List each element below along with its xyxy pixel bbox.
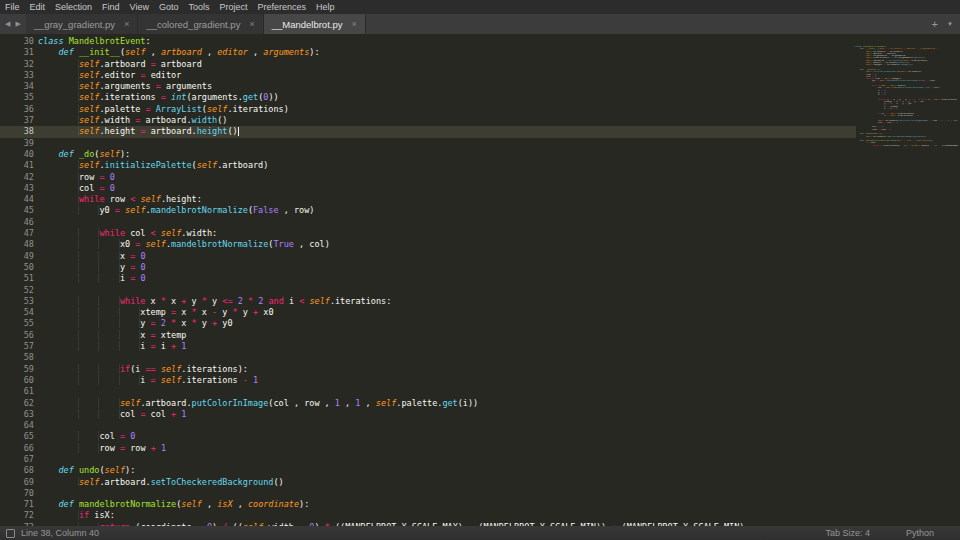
code-line-33[interactable]: 33 self.editor = editor	[0, 70, 856, 81]
line-number[interactable]: 64	[0, 420, 34, 431]
line-number[interactable]: 72	[0, 510, 34, 521]
line-number[interactable]: 66	[0, 443, 34, 454]
line-number[interactable]: 42	[0, 172, 34, 183]
line-number[interactable]: 57	[0, 341, 34, 352]
menu-edit[interactable]: Edit	[25, 0, 51, 14]
line-number[interactable]: 51	[0, 273, 34, 284]
line-number[interactable]: 67	[0, 454, 34, 465]
code-line-51[interactable]: 51 i = 0	[0, 273, 856, 284]
code-line-42[interactable]: 42 row = 0	[0, 172, 856, 183]
line-number[interactable]: 32	[0, 59, 34, 70]
code-line-41[interactable]: 41 self.initializePalette(self.artboard)	[0, 160, 856, 171]
line-number[interactable]: 49	[0, 251, 34, 262]
menu-file[interactable]: File	[0, 0, 25, 14]
line-number[interactable]: 46	[0, 217, 34, 228]
code-line-54[interactable]: 54 xtemp = x * x - y * y + x0	[0, 307, 856, 318]
line-number[interactable]: 48	[0, 239, 34, 250]
code-line-32[interactable]: 32 self.artboard = artboard	[0, 59, 856, 70]
code-line-38[interactable]: 38 self.height = artboard.height()	[0, 126, 856, 137]
line-number[interactable]: 41	[0, 160, 34, 171]
line-number[interactable]: 30	[0, 36, 34, 47]
code-line-39[interactable]: 39	[0, 138, 856, 149]
tab-__Mandelbrot.py[interactable]: __Mandelbrot.py×	[264, 14, 366, 34]
line-number[interactable]: 68	[0, 465, 34, 476]
line-number[interactable]: 63	[0, 409, 34, 420]
line-number[interactable]: 56	[0, 330, 34, 341]
tab-nav-forward-icon[interactable]: ▶	[14, 20, 21, 28]
code-line-49[interactable]: 49 x = 0	[0, 251, 856, 262]
code-line-34[interactable]: 34 self.arguments = arguments	[0, 81, 856, 92]
code-line-37[interactable]: 37 self.width = artboard.width()	[0, 115, 856, 126]
code-line-50[interactable]: 50 y = 0	[0, 262, 856, 273]
code-line-43[interactable]: 43 col = 0	[0, 183, 856, 194]
tab-nav-back-icon[interactable]: ◀	[4, 20, 11, 28]
code-line-35[interactable]: 35 self.iterations = int(arguments.get(0…	[0, 92, 856, 103]
menu-selection[interactable]: Selection	[50, 0, 97, 14]
menu-preferences[interactable]: Preferences	[252, 0, 311, 14]
menu-help[interactable]: Help	[311, 0, 340, 14]
tab-size-indicator[interactable]: Tab Size: 4	[825, 528, 870, 538]
code-line-59[interactable]: 59 if(i == self.iterations):	[0, 364, 856, 375]
line-number[interactable]: 36	[0, 104, 34, 115]
code-line-62[interactable]: 62 self.artboard.putColorInImage(col , r…	[0, 398, 856, 409]
code-line-48[interactable]: 48 x0 = self.mandelbrotNormalize(True , …	[0, 239, 856, 250]
line-number[interactable]: 44	[0, 194, 34, 205]
line-number[interactable]: 33	[0, 70, 34, 81]
line-number[interactable]: 55	[0, 318, 34, 329]
line-number[interactable]: 62	[0, 398, 34, 409]
code-line-69[interactable]: 69 self.artboard.setToCheckeredBackgroun…	[0, 477, 856, 488]
line-number[interactable]: 71	[0, 499, 34, 510]
line-number[interactable]: 65	[0, 431, 34, 442]
code-line-67[interactable]: 67	[0, 454, 856, 465]
tab-__gray_gradient.py[interactable]: __gray_gradient.py×	[26, 14, 139, 34]
minimap[interactable]: class MandelbrotEvent: def __init__(self…	[849, 34, 960, 526]
line-number[interactable]: 54	[0, 307, 34, 318]
line-number[interactable]: 52	[0, 285, 34, 296]
code-line-72[interactable]: 72 if isX:	[0, 510, 856, 521]
line-number[interactable]: 40	[0, 149, 34, 160]
code-line-57[interactable]: 57 i = i + 1	[0, 341, 856, 352]
line-number[interactable]: 34	[0, 81, 34, 92]
menu-tools[interactable]: Tools	[183, 0, 214, 14]
code-line-73[interactable]: 73 return (coordinate - 0) / ((self.widt…	[0, 522, 856, 526]
line-number[interactable]: 43	[0, 183, 34, 194]
line-number[interactable]: 37	[0, 115, 34, 126]
code-line-31[interactable]: 31 def __init__(self , artboard , editor…	[0, 47, 856, 58]
code-line-44[interactable]: 44 while row < self.height:	[0, 194, 856, 205]
code-line-56[interactable]: 56 x = xtemp	[0, 330, 856, 341]
menu-goto[interactable]: Goto	[154, 0, 184, 14]
code-line-71[interactable]: 71 def mandelbrotNormalize(self , isX , …	[0, 499, 856, 510]
code-line-63[interactable]: 63 col = col + 1	[0, 409, 856, 420]
code-line-40[interactable]: 40 def _do(self):	[0, 149, 856, 160]
code-line-47[interactable]: 47 while col < self.width:	[0, 228, 856, 239]
language-indicator[interactable]: Python	[906, 528, 934, 538]
line-number[interactable]: 73	[0, 522, 34, 526]
code-line-64[interactable]: 64	[0, 420, 856, 431]
new-tab-icon[interactable]: +	[932, 19, 938, 30]
line-number[interactable]: 35	[0, 92, 34, 103]
code-line-58[interactable]: 58	[0, 352, 856, 363]
tab-close-icon[interactable]: ×	[124, 20, 129, 29]
line-number[interactable]: 61	[0, 386, 34, 397]
tab-close-icon[interactable]: ×	[249, 20, 254, 29]
code-line-70[interactable]: 70	[0, 488, 856, 499]
code-line-53[interactable]: 53 while x * x + y * y <= 2 * 2 and i < …	[0, 296, 856, 307]
code-line-68[interactable]: 68 def undo(self):	[0, 465, 856, 476]
code-line-30[interactable]: 30class MandelbrotEvent:	[0, 36, 856, 47]
code-line-65[interactable]: 65 col = 0	[0, 431, 856, 442]
menu-project[interactable]: Project	[214, 0, 252, 14]
code-line-52[interactable]: 52	[0, 285, 856, 296]
tab-close-icon[interactable]: ×	[351, 20, 356, 29]
line-number[interactable]: 39	[0, 138, 34, 149]
code-line-36[interactable]: 36 self.palette = ArrayList(self.iterati…	[0, 104, 856, 115]
tab-overflow-icon[interactable]: ▼	[947, 21, 953, 27]
code-line-66[interactable]: 66 row = row + 1	[0, 443, 856, 454]
code-line-46[interactable]: 46	[0, 217, 856, 228]
line-number[interactable]: 58	[0, 352, 34, 363]
line-number[interactable]: 60	[0, 375, 34, 386]
menu-find[interactable]: Find	[97, 0, 125, 14]
line-number[interactable]: 31	[0, 47, 34, 58]
code-line-45[interactable]: 45 y0 = self.mandelbrotNormalize(False ,…	[0, 205, 856, 216]
line-number[interactable]: 38	[0, 126, 34, 137]
line-number[interactable]: 69	[0, 477, 34, 488]
